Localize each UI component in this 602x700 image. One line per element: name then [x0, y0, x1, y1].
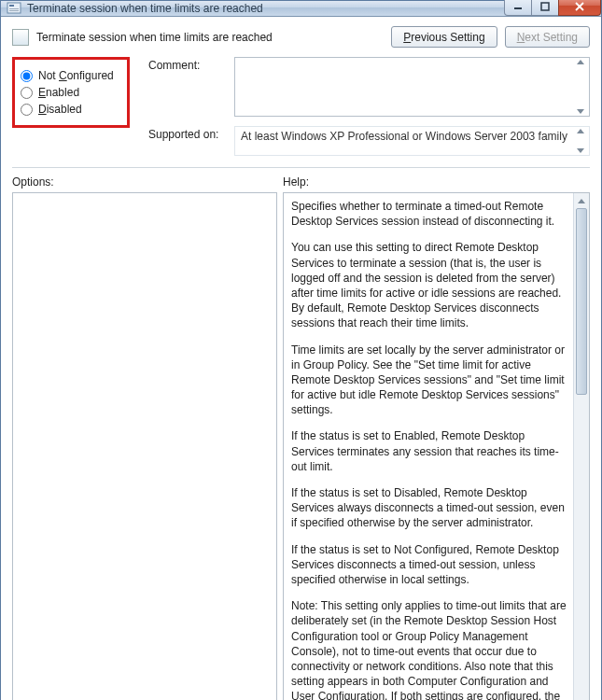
help-panel: Specifies whether to terminate a timed-o…	[283, 192, 590, 700]
radio-not-configured-label: Not Configured	[38, 69, 114, 82]
divider	[12, 167, 590, 168]
radio-enabled-input[interactable]	[21, 87, 33, 99]
svg-rect-0	[7, 3, 21, 13]
radio-enabled[interactable]: Enabled	[21, 86, 118, 99]
policy-icon	[7, 1, 21, 16]
supported-scrollbar[interactable]	[574, 129, 587, 153]
titlebar[interactable]: Terminate session when time limits are r…	[1, 1, 601, 17]
svg-rect-1	[9, 5, 14, 7]
help-label: Help:	[283, 175, 309, 189]
radio-disabled-label: Disabled	[38, 103, 82, 116]
supported-on-value: At least Windows XP Professional or Wind…	[241, 130, 567, 143]
help-paragraph: If the status is set to Not Configured, …	[291, 542, 570, 588]
supported-on-label: Supported on:	[148, 126, 225, 156]
radio-disabled[interactable]: Disabled	[21, 103, 118, 116]
svg-rect-2	[9, 8, 19, 9]
supported-on-value-box: At least Windows XP Professional or Wind…	[234, 126, 590, 156]
help-paragraph: You can use this setting to direct Remot…	[291, 240, 570, 330]
window-title: Terminate session when time limits are r…	[27, 2, 505, 15]
scroll-track[interactable]	[574, 208, 589, 700]
help-paragraph: Specifies whether to terminate a timed-o…	[291, 199, 570, 229]
maximize-button[interactable]	[531, 0, 559, 16]
previous-setting-button[interactable]: Previous Setting	[391, 26, 497, 48]
radio-not-configured-input[interactable]	[21, 70, 33, 82]
scroll-up-icon	[577, 60, 584, 64]
help-paragraph: If the status is set to Enabled, Remote …	[291, 428, 570, 474]
options-panel	[12, 192, 277, 700]
scroll-up-icon	[577, 129, 584, 133]
page-title: Terminate session when time limits are r…	[36, 31, 384, 44]
radio-not-configured[interactable]: Not Configured	[21, 69, 118, 82]
comment-textarea[interactable]	[234, 57, 590, 117]
state-radio-group: Not Configured Enabled Disabled	[12, 57, 130, 128]
svg-rect-4	[514, 7, 522, 9]
next-setting-button: Next Setting	[505, 26, 590, 48]
scroll-down-icon	[577, 148, 584, 153]
comment-label: Comment:	[148, 57, 225, 117]
minimize-button[interactable]	[504, 0, 532, 16]
comment-scrollbar[interactable]	[574, 60, 587, 114]
svg-rect-5	[541, 3, 549, 10]
close-button[interactable]	[558, 0, 601, 16]
radio-disabled-input[interactable]	[21, 104, 33, 116]
help-paragraph: Time limits are set locally by the serve…	[291, 343, 570, 418]
policy-header-icon	[12, 29, 29, 46]
scroll-up-button[interactable]	[575, 193, 589, 208]
scroll-thumb[interactable]	[576, 208, 587, 395]
chevron-up-icon	[578, 199, 585, 203]
radio-enabled-label: Enabled	[38, 86, 79, 99]
svg-rect-3	[9, 10, 19, 11]
help-scrollbar[interactable]	[573, 193, 589, 700]
help-paragraph: Note: This setting only applies to time-…	[291, 598, 570, 700]
scroll-down-icon	[577, 109, 584, 114]
options-label: Options:	[12, 175, 283, 189]
help-paragraph: If the status is set to Disabled, Remote…	[291, 485, 570, 531]
